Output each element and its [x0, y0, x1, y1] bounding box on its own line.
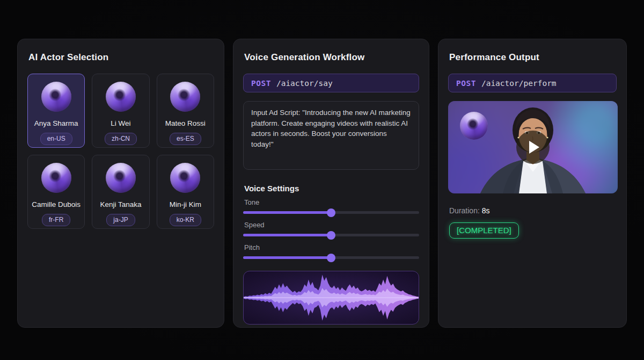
tone-slider-fill: [243, 211, 331, 214]
actor-language-badge: ko-KR: [170, 214, 201, 226]
play-button[interactable]: [516, 131, 550, 164]
actor-avatar-swirl-icon: [41, 82, 71, 112]
actor-card-mateo-rossi[interactable]: Mateo Rossi es-ES: [157, 74, 214, 148]
speed-slider-thumb[interactable]: [327, 231, 335, 240]
speed-slider[interactable]: [243, 234, 419, 236]
status-badge-completed: [COMPLETED]: [449, 222, 519, 239]
actor-name: Min-ji Kim: [170, 200, 201, 208]
http-method-label: POST: [456, 79, 476, 88]
actor-selection-title: AI Actor Selection: [28, 52, 214, 63]
actor-grid: Anya Sharma en-US Li Wei zh-CN Mateo Ros…: [27, 74, 214, 229]
speed-slider-fill: [243, 234, 331, 236]
actor-language-badge: en-US: [40, 133, 72, 145]
voice-settings-title: Voice Settings: [244, 184, 419, 193]
actor-card-li-wei[interactable]: Li Wei zh-CN: [92, 74, 149, 148]
actor-name: Li Wei: [111, 119, 130, 127]
actor-name: Anya Sharma: [34, 119, 78, 127]
actor-card-kenji-tanaka[interactable]: Kenji Tanaka ja-JP: [92, 155, 149, 229]
voice-workflow-panel: Voice Generation Workflow POST /aiactor/…: [233, 39, 429, 328]
actor-language-badge: fr-FR: [42, 214, 70, 226]
actor-avatar-swirl-icon: [106, 163, 136, 193]
say-endpoint-chip: POST /aiactor/say: [243, 74, 419, 92]
tone-slider-thumb[interactable]: [327, 208, 335, 217]
speed-slider-group: Speed: [243, 221, 419, 236]
tone-slider[interactable]: [243, 211, 419, 214]
performance-output-title: Performance Output: [449, 52, 617, 63]
pitch-slider[interactable]: [243, 256, 419, 259]
actor-language-badge: ja-JP: [106, 214, 135, 226]
actor-selection-panel: AI Actor Selection Anya Sharma en-US Li …: [17, 39, 224, 328]
actor-card-anya-sharma[interactable]: Anya Sharma en-US: [27, 74, 85, 148]
play-icon: [529, 141, 539, 154]
tone-slider-label: Tone: [244, 198, 419, 206]
pitch-slider-fill: [243, 256, 331, 259]
actor-card-min-ji-kim[interactable]: Min-ji Kim ko-KR: [157, 155, 214, 229]
duration-label: Duration:: [449, 206, 480, 215]
duration-row: Duration: 8s: [449, 206, 617, 215]
actor-avatar-swirl-icon: [41, 163, 71, 193]
brand-swirl-logo-icon: [460, 112, 488, 140]
pitch-slider-thumb[interactable]: [327, 254, 335, 262]
output-video-thumbnail[interactable]: [448, 101, 618, 193]
speed-slider-label: Speed: [244, 221, 419, 229]
waveform-icon: [244, 271, 419, 324]
pitch-slider-label: Pitch: [244, 243, 419, 251]
actor-avatar-swirl-icon: [170, 163, 200, 193]
voice-workflow-title: Voice Generation Workflow: [244, 52, 419, 63]
actor-avatar-swirl-icon: [170, 82, 200, 112]
duration-value: 8s: [482, 206, 490, 215]
actor-avatar-swirl-icon: [106, 82, 136, 112]
actor-card-camille-dubois[interactable]: Camille Dubois fr-FR: [27, 155, 85, 229]
audio-waveform: [243, 271, 419, 325]
http-method-label: POST: [251, 79, 271, 88]
performance-output-panel: Performance Output POST /aiactor/perform: [438, 39, 627, 328]
tone-slider-group: Tone: [243, 198, 419, 214]
actor-name: Mateo Rossi: [165, 119, 206, 127]
actor-language-badge: zh-CN: [105, 133, 137, 145]
ad-script-input[interactable]: Input Ad Script: "Introducing the new AI…: [243, 101, 419, 170]
pitch-slider-group: Pitch: [243, 243, 419, 259]
actor-name: Kenji Tanaka: [100, 200, 141, 208]
endpoint-path-label: /aiactor/say: [276, 79, 333, 88]
actor-name: Camille Dubois: [32, 200, 80, 208]
perform-endpoint-chip: POST /aiactor/perform: [448, 74, 617, 92]
actor-language-badge: es-ES: [170, 133, 201, 145]
endpoint-path-label: /aiactor/perform: [481, 79, 557, 88]
